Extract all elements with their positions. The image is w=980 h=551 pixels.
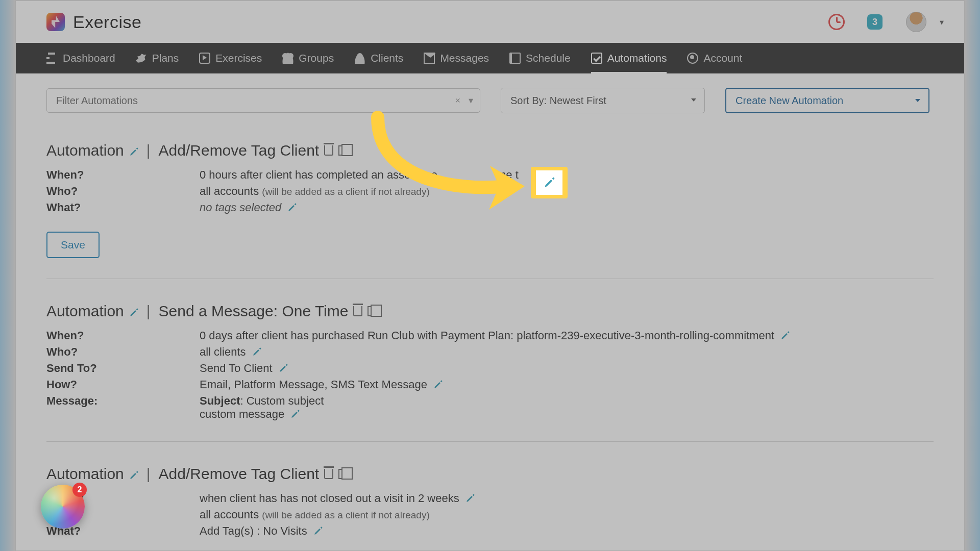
main-nav: Dashboard Plans Exercises Groups Clients… — [16, 43, 964, 73]
what-value: no tags selected — [200, 201, 934, 214]
copy-icon[interactable] — [338, 145, 348, 156]
nav-schedule[interactable]: Schedule — [509, 44, 571, 72]
pencil-icon[interactable] — [544, 177, 555, 188]
create-automation-select[interactable]: Create New Automation — [725, 88, 929, 113]
nav-exercises[interactable]: Exercises — [199, 44, 262, 72]
mail-icon — [424, 53, 435, 64]
automation-card: Automation | Add/Remove Tag Client When?… — [46, 118, 934, 279]
clear-icon[interactable]: × — [455, 95, 460, 106]
edit-what-icon[interactable] — [287, 203, 297, 214]
who-label: Who? — [46, 345, 200, 359]
trash-icon[interactable] — [353, 306, 362, 316]
separator: | — [143, 303, 154, 320]
help-widget-badge: 2 — [72, 483, 87, 497]
edit-when-icon[interactable] — [780, 331, 790, 342]
group-icon — [282, 53, 293, 64]
sort-select-label: Sort By: Newest First — [510, 95, 606, 107]
separator: | — [143, 142, 154, 159]
edit-how-icon[interactable] — [433, 380, 443, 391]
automation-type: Add/Remove Tag Client — [159, 465, 320, 483]
nav-account[interactable]: Account — [687, 44, 742, 72]
chevron-down-icon[interactable]: ▾ — [940, 17, 944, 27]
when-value: 0 days after client has purchased Run Cl… — [200, 329, 934, 342]
what-value: Add Tag(s) : No Visits — [200, 524, 934, 538]
chevron-down-icon — [691, 98, 696, 102]
nav-automations[interactable]: Automations — [591, 44, 667, 72]
what-label: What? — [46, 201, 200, 214]
automation-title: Automation | Add/Remove Tag Client — [46, 142, 934, 159]
edit-when-icon[interactable] — [465, 493, 475, 505]
who-label: Who? — [46, 185, 200, 198]
automation-type: Add/Remove Tag Client — [159, 142, 320, 159]
bird-icon — [136, 53, 147, 64]
chevron-down-icon[interactable]: ▾ — [469, 95, 473, 106]
nav-plans[interactable]: Plans — [136, 44, 179, 72]
automation-title: Automation | Send a Message: One Time — [46, 303, 934, 320]
nav-dashboard[interactable]: Dashboard — [46, 44, 115, 72]
edit-what-icon[interactable] — [313, 526, 323, 537]
copy-icon[interactable] — [338, 469, 348, 479]
clock-icon[interactable] — [828, 14, 845, 30]
edit-title-icon[interactable] — [129, 142, 138, 159]
tutorial-highlight — [531, 167, 568, 198]
app-window: Exercise 3 ▾ Dashboard Plans Exercises G… — [15, 0, 965, 551]
chevron-down-icon — [915, 99, 920, 102]
who-value: all accounts (will be added as a client … — [200, 508, 934, 521]
automation-word: Automation — [46, 142, 124, 159]
automation-word: Automation — [46, 303, 124, 320]
sendto-value: Send To Client — [200, 362, 934, 375]
how-value: Email, Platform Message, SMS Text Messag… — [200, 378, 934, 391]
list-icon — [46, 53, 58, 64]
filter-input[interactable] — [46, 88, 480, 113]
who-value: all clients — [200, 345, 934, 359]
filter-row: × ▾ Sort By: Newest First Create New Aut… — [16, 73, 964, 113]
when-label: When? — [46, 168, 200, 182]
edit-who-icon[interactable] — [252, 347, 261, 358]
automation-type: Send a Message: One Time — [159, 303, 349, 320]
nav-messages[interactable]: Messages — [424, 44, 489, 72]
user-icon — [354, 53, 365, 64]
edit-title-icon[interactable] — [129, 303, 138, 320]
automation-list: Automation | Add/Remove Tag Client When?… — [16, 113, 964, 551]
topbar: Exercise 3 ▾ — [16, 1, 964, 43]
edit-message-icon[interactable] — [290, 409, 300, 420]
when-value: when client has has not closed out a vis… — [200, 492, 934, 505]
account-icon — [687, 53, 698, 64]
edit-title-icon[interactable] — [129, 465, 138, 483]
automation-card: Automation | Send a Message: One Time Wh… — [46, 279, 934, 442]
sendto-label: Send To? — [46, 362, 200, 375]
automation-title: Automation | Add/Remove Tag Client — [46, 465, 934, 483]
when-label: When? — [46, 329, 200, 342]
message-label: Message: — [46, 394, 200, 421]
play-icon — [199, 53, 210, 64]
edit-sendto-icon[interactable] — [279, 363, 288, 374]
automation-word: Automation — [46, 465, 124, 483]
logo-icon — [46, 13, 65, 31]
message-value: Subject: Custom subject custom message — [200, 394, 934, 421]
brand-name: Exercise — [73, 12, 141, 32]
trash-icon[interactable] — [324, 145, 333, 156]
avatar[interactable] — [906, 12, 926, 32]
trash-icon[interactable] — [324, 469, 333, 479]
notification-badge[interactable]: 3 — [867, 14, 883, 30]
book-icon — [509, 53, 521, 64]
nav-groups[interactable]: Groups — [282, 44, 334, 72]
nav-clients[interactable]: Clients — [354, 44, 403, 72]
automation-card: Automation | Add/Remove Tag Client When?… — [46, 442, 934, 551]
filter-input-wrap: × ▾ — [46, 88, 480, 113]
how-label: How? — [46, 378, 200, 391]
sort-select[interactable]: Sort By: Newest First — [501, 88, 705, 113]
separator: | — [143, 465, 154, 483]
save-button[interactable]: Save — [46, 232, 100, 258]
copy-icon[interactable] — [368, 306, 377, 316]
help-widget[interactable]: 2 — [41, 485, 85, 529]
create-automation-label: Create New Automation — [736, 95, 843, 107]
check-icon — [591, 53, 602, 64]
